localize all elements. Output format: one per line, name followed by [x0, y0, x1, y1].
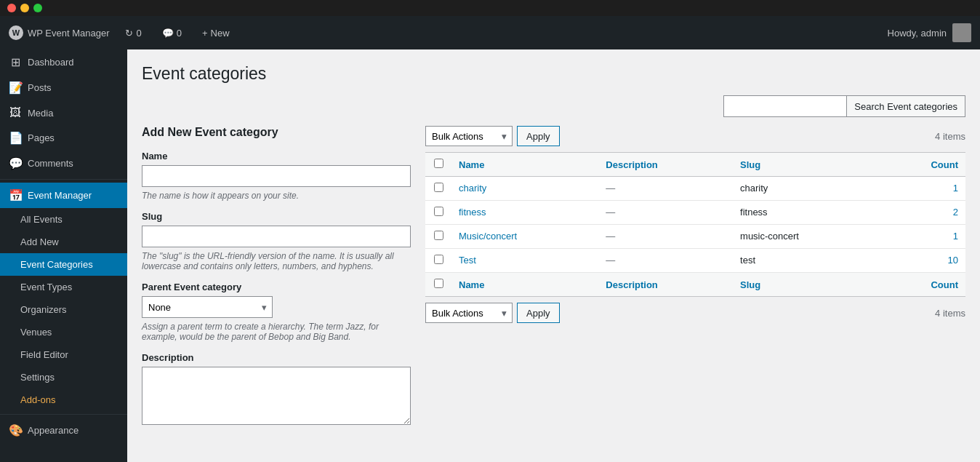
select-all-footer-checkbox[interactable]	[434, 279, 443, 288]
row-description-value: —	[606, 255, 615, 266]
updates-icon: ↻	[125, 28, 133, 39]
sidebar-item-settings[interactable]: Settings	[0, 366, 127, 389]
row-slug-cell: charity	[733, 177, 881, 201]
new-label: New	[211, 28, 230, 39]
comments-icon: 💬	[162, 28, 174, 39]
close-button[interactable]	[7, 4, 16, 12]
content-grid: Add New Event category Name The name is …	[142, 126, 965, 437]
sidebar-item-posts[interactable]: 📝 Posts	[0, 75, 127, 100]
sidebar-item-field-editor[interactable]: Field Editor	[0, 343, 127, 366]
sidebar: ⊞ Dashboard 📝 Posts 🖼 Media 📄 Pages 💬 Co…	[0, 49, 127, 462]
row-count-link[interactable]: 2	[953, 207, 958, 218]
row-slug-cell: music-concert	[733, 225, 881, 249]
comments-sidebar-icon: 💬	[9, 156, 22, 170]
page-title: Event categories	[142, 64, 965, 84]
sidebar-item-pages[interactable]: 📄 Pages	[0, 125, 127, 151]
select-all-checkbox[interactable]	[434, 159, 443, 168]
admin-brand[interactable]: W WP Event Manager	[9, 25, 109, 40]
sidebar-item-add-ons[interactable]: Add-ons	[0, 389, 127, 411]
posts-icon: 📝	[9, 81, 22, 95]
row-slug-cell: fitness	[733, 201, 881, 225]
row-name-link[interactable]: Test	[459, 255, 476, 266]
header-slug-col[interactable]: Slug	[733, 153, 881, 177]
bottom-items-count: 4 items	[935, 308, 965, 319]
footer-count-col[interactable]: Count	[881, 273, 965, 297]
sidebar-label-media: Media	[28, 108, 53, 119]
row-name-link[interactable]: fitness	[459, 207, 486, 218]
row-count-link[interactable]: 1	[953, 183, 958, 194]
sidebar-label-venues: Venues	[20, 327, 52, 338]
slug-field-group: Slug The "slug" is the URL-friendly vers…	[142, 211, 411, 271]
row-description-cell: —	[598, 201, 733, 225]
footer-description-col[interactable]: Description	[598, 273, 733, 297]
greeting-text: Howdy, admin	[888, 28, 947, 39]
minimize-button[interactable]	[20, 4, 29, 12]
row-checkbox-1[interactable]	[434, 207, 443, 216]
sidebar-item-venues[interactable]: Venues	[0, 321, 127, 343]
header-name-col[interactable]: Name	[451, 153, 598, 177]
row-name-cell: fitness	[451, 201, 598, 225]
sidebar-item-dashboard[interactable]: ⊞ Dashboard	[0, 49, 127, 75]
row-checkbox-cell	[425, 249, 451, 273]
footer-name-col[interactable]: Name	[451, 273, 598, 297]
sidebar-label-appearance: Appearance	[28, 425, 79, 436]
top-apply-button[interactable]: Apply	[517, 126, 560, 146]
updates-count: 0	[136, 28, 141, 39]
row-name-cell: Music/concert	[451, 225, 598, 249]
row-checkbox-0[interactable]	[434, 183, 443, 192]
header-description-col[interactable]: Description	[598, 153, 733, 177]
top-search-bar: Search Event categories	[142, 95, 965, 117]
sidebar-item-all-events[interactable]: All Events	[0, 208, 127, 231]
sidebar-separator	[0, 179, 127, 180]
sidebar-item-add-new[interactable]: Add New	[0, 231, 127, 253]
sidebar-item-event-categories[interactable]: Event Categories	[0, 253, 127, 276]
sidebar-label-pages: Pages	[28, 132, 55, 143]
updates-item[interactable]: ↻ 0	[121, 28, 145, 39]
row-checkbox-cell	[425, 225, 451, 249]
bottom-bulk-actions-select[interactable]: Bulk Actions Delete	[425, 303, 513, 323]
row-count-link[interactable]: 10	[948, 255, 958, 266]
comments-item[interactable]: 💬 0	[158, 28, 186, 39]
footer-description-label: Description	[606, 279, 658, 290]
maximize-button[interactable]	[33, 4, 42, 12]
name-label: Name	[142, 151, 411, 162]
row-description-value: —	[606, 231, 615, 242]
categories-table: Name Description Slug Count	[425, 152, 965, 297]
row-count-link[interactable]: 1	[953, 231, 958, 242]
sidebar-item-appearance[interactable]: 🎨 Appearance	[0, 418, 127, 443]
sidebar-label-add-new: Add New	[20, 236, 59, 247]
sidebar-label-all-events: All Events	[20, 214, 63, 225]
row-name-link[interactable]: Music/concert	[459, 231, 517, 242]
footer-slug-col[interactable]: Slug	[733, 273, 881, 297]
parent-label: Parent Event category	[142, 282, 411, 292]
search-input[interactable]	[723, 95, 847, 117]
sidebar-label-organizers: Organizers	[20, 304, 67, 315]
plus-icon: +	[202, 28, 208, 39]
search-event-categories-button[interactable]: Search Event categories	[847, 95, 965, 117]
footer-checkbox-col	[425, 273, 451, 297]
parent-select[interactable]: None charity fitness Music/concert Test	[142, 296, 273, 318]
sidebar-item-event-manager[interactable]: 📅 Event Manager	[0, 183, 127, 208]
bulk-actions-select[interactable]: Bulk Actions Delete	[425, 126, 513, 146]
new-item[interactable]: + New	[198, 28, 234, 39]
slug-input[interactable]	[142, 226, 411, 247]
bottom-apply-button[interactable]: Apply	[517, 303, 560, 323]
row-name-link[interactable]: charity	[459, 183, 486, 194]
name-input[interactable]	[142, 165, 411, 187]
header-count-col[interactable]: Count	[881, 153, 965, 177]
row-description-cell: —	[598, 225, 733, 249]
row-description-cell: —	[598, 249, 733, 273]
row-checkbox-2[interactable]	[434, 231, 443, 240]
sidebar-item-organizers[interactable]: Organizers	[0, 298, 127, 321]
row-checkbox-3[interactable]	[434, 255, 443, 264]
avatar[interactable]	[952, 23, 971, 42]
row-slug-cell: test	[733, 249, 881, 273]
row-count-cell: 10	[881, 249, 965, 273]
sidebar-item-event-types[interactable]: Event Types	[0, 276, 127, 298]
sidebar-item-media[interactable]: 🖼 Media	[0, 100, 127, 125]
row-slug-value: music-concert	[740, 231, 799, 242]
admin-bar-right: Howdy, admin	[888, 23, 971, 42]
sidebar-item-comments[interactable]: 💬 Comments	[0, 151, 127, 176]
header-count-label: Count	[931, 159, 958, 170]
description-textarea[interactable]	[142, 367, 411, 425]
